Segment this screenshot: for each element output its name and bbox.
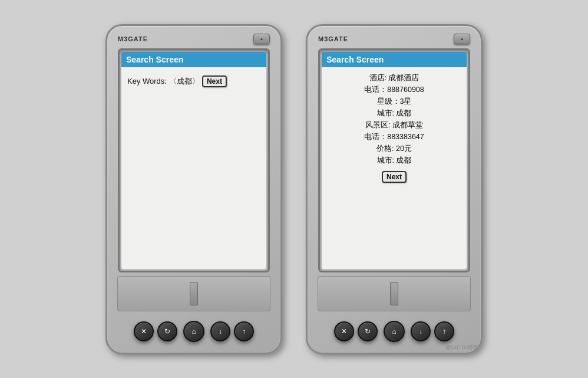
up-button-2[interactable]: ↑ <box>434 321 454 341</box>
device-2-middle <box>318 276 471 311</box>
device-1-bottom: ✕ ↻ ⌂ ↓ ↑ <box>112 315 276 348</box>
watermark: @51CTO博客 <box>445 344 478 351</box>
stylus-2 <box>390 282 398 305</box>
home-button-2[interactable]: ⌂ <box>384 321 405 342</box>
device-1: M3GATE Search Screen Key Words: 〈成都〉 Nex… <box>105 24 282 354</box>
left-buttons-1: ✕ ↻ <box>134 321 177 341</box>
home-icon-1: ⌂ <box>191 327 196 336</box>
next-button-1[interactable]: Next <box>202 75 227 87</box>
keyword-row: Key Words: 〈成都〉 Next <box>127 75 227 87</box>
result-line-3: 城市: 成都 <box>326 109 462 119</box>
screen-content-1: Key Words: 〈成都〉 Next <box>121 67 266 269</box>
brand-label-2: M3GATE <box>318 35 348 42</box>
close-button-2[interactable]: ✕ <box>334 321 354 341</box>
up-icon-1: ↑ <box>242 327 246 336</box>
home-icon-2: ⌂ <box>392 327 396 336</box>
right-buttons-2: ↓ ↑ <box>411 321 454 341</box>
refresh-icon-2: ↻ <box>365 327 371 336</box>
right-buttons-1: ↓ ↑ <box>210 321 254 341</box>
next-button-2[interactable]: Next <box>382 171 407 183</box>
result-line-5: 电话：883383647 <box>326 132 462 142</box>
device-1-middle <box>117 276 270 311</box>
result-line-1: 电话：888760908 <box>326 85 462 95</box>
down-button-2[interactable]: ↓ <box>411 321 431 341</box>
screen-outer-1: Search Screen Key Words: 〈成都〉 Next <box>118 48 270 272</box>
device-2: M3GATE Search Screen 酒店: 成都酒店 电话：8887609… <box>306 24 483 354</box>
device-2-top: M3GATE <box>312 31 476 48</box>
top-button-2[interactable] <box>454 34 470 44</box>
result-line-4: 风景区: 成都草堂 <box>326 120 462 130</box>
screen-header-1: Search Screen <box>121 52 266 67</box>
screen-title-1: Search Screen <box>126 55 183 64</box>
result-line-7: 城市: 成都 <box>326 156 462 166</box>
close-icon-1: ✕ <box>141 327 147 336</box>
result-line-2: 星级：3星 <box>326 97 462 107</box>
left-buttons-2: ✕ ↻ <box>334 321 378 341</box>
screen-2: Search Screen 酒店: 成都酒店 电话：888760908 星级：3… <box>322 52 467 269</box>
keyword-value: 〈成都〉 <box>169 76 200 87</box>
device-2-bottom: ✕ ↻ ⌂ ↓ ↑ <box>312 315 476 348</box>
up-button-1[interactable]: ↑ <box>234 321 254 341</box>
screen-header-2: Search Screen <box>322 52 467 67</box>
keyword-label: Key Words: <box>127 77 167 86</box>
brand-label-1: M3GATE <box>118 35 148 42</box>
down-icon-2: ↓ <box>419 327 422 336</box>
screen-title-2: Search Screen <box>326 55 384 64</box>
result-line-6: 价格: 20元 <box>326 144 462 154</box>
device-1-top: M3GATE <box>112 31 276 48</box>
refresh-button-1[interactable]: ↻ <box>157 321 177 341</box>
result-content: 酒店: 成都酒店 电话：888760908 星级：3星 城市: 成都 风景区: … <box>322 67 467 269</box>
refresh-icon-1: ↻ <box>164 327 170 336</box>
home-button-1[interactable]: ⌂ <box>183 321 204 342</box>
close-icon-2: ✕ <box>341 327 347 336</box>
up-icon-2: ↑ <box>442 327 446 336</box>
stylus-1 <box>190 282 198 305</box>
down-icon-1: ↓ <box>219 327 222 336</box>
top-button-1[interactable] <box>253 34 270 44</box>
down-button-1[interactable]: ↓ <box>210 321 230 341</box>
screen-1: Search Screen Key Words: 〈成都〉 Next <box>121 52 266 269</box>
refresh-button-2[interactable]: ↻ <box>358 321 378 341</box>
screen-outer-2: Search Screen 酒店: 成都酒店 电话：888760908 星级：3… <box>318 48 470 272</box>
result-line-0: 酒店: 成都酒店 <box>326 73 462 83</box>
close-button-1[interactable]: ✕ <box>134 321 154 341</box>
